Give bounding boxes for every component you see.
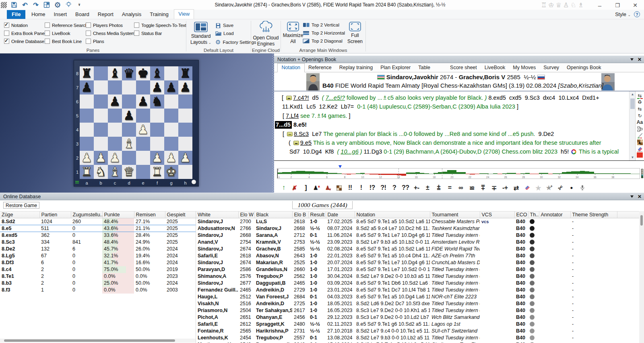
black-pawn[interactable]: ♟ [109, 94, 121, 109]
collapse-variation-icon[interactable] [287, 132, 293, 136]
square-f1[interactable]: ♜ [150, 165, 164, 179]
notation-segment[interactable]: 0-1 (29) Bachmann,A (2604)-Dubov,D (2708… [384, 148, 557, 155]
games-table-row[interactable]: Safarli,E2618Abasov,N26431-022.01.20238.… [196, 253, 639, 259]
moves-table-row[interactable]: 8.c42075.0%50.0%2019 [0, 266, 196, 273]
square-e8[interactable]: ♚ [136, 66, 150, 80]
games-table-row[interactable]: Abdusattorov,N2766Sindarov,J2668½-½08.07… [196, 225, 639, 232]
notation-scrollbar[interactable]: ▲ ▼ [629, 91, 635, 160]
notation-segment[interactable]: 10...g6 [341, 148, 358, 155]
white-pawn[interactable]: ♟ [95, 151, 107, 165]
notation-segment[interactable]: [ [283, 131, 286, 137]
minimize-button[interactable]: – [591, 0, 609, 10]
nag-exclam[interactable]: ! [356, 183, 367, 193]
square-d3[interactable]: ♝ [122, 137, 136, 151]
moves-table-row[interactable]: 8.e5511043.6%21.1%2025 [0, 225, 196, 232]
black-pawn[interactable]: ♟ [81, 80, 93, 94]
checkbox-box[interactable] [45, 23, 50, 28]
square-b5[interactable] [94, 109, 108, 123]
ribbon-tab-report[interactable]: Report [98, 10, 114, 19]
nag-compensation[interactable]: ≌ [466, 183, 478, 193]
square-d2[interactable] [122, 151, 136, 165]
nag-black-slightly-better[interactable]: ⩱ [477, 183, 489, 193]
black-bishop[interactable]: ♝ [109, 66, 121, 80]
checkbox-status-bar[interactable]: Status Bar [134, 31, 162, 36]
black-rook[interactable]: ♜ [81, 66, 93, 80]
notation-panel-titlebar[interactable]: Notation + Openings Book ✕ [274, 55, 644, 63]
column-header-black[interactable]: Black [254, 212, 292, 218]
notation-segment[interactable]: 8.exd5 cxd5 9.Sc3 dxc4 10.Lxc4 Dxd1+ [488, 94, 599, 101]
square-h2[interactable]: ♟ [178, 151, 192, 165]
moves-table-row[interactable]: 8.Sc333484148.4%24.9%2025 [0, 239, 196, 246]
white-pawn[interactable]: ♟ [138, 123, 149, 137]
white-rook[interactable]: ♜ [81, 165, 93, 179]
square-e1[interactable] [136, 165, 150, 179]
square-g5[interactable] [164, 109, 178, 123]
square-f6[interactable]: ♞ [150, 94, 164, 109]
maximize-button[interactable]: ❐ [609, 0, 626, 10]
column-header-elo-b[interactable]: Elo B [292, 212, 308, 218]
nag-dubious[interactable]: ?! [378, 183, 389, 193]
square-b6[interactable] [94, 94, 108, 109]
checkbox-box[interactable] [45, 31, 50, 36]
square-e7[interactable] [136, 80, 150, 94]
black-bishop[interactable]: ♝ [152, 66, 163, 80]
square-b3[interactable] [94, 137, 108, 151]
games-table-row[interactable]: Sindarov,J2677Daggupati,B24651-003.09.20… [196, 280, 639, 287]
pieces-icon[interactable]: ♟♙ [636, 139, 644, 146]
square-b1[interactable]: ♞ [94, 165, 108, 179]
square-d4[interactable] [122, 123, 136, 137]
square-c1[interactable]: ♝ [108, 165, 122, 179]
help-icon[interactable]: ? [634, 11, 640, 17]
square-g6[interactable] [164, 94, 178, 109]
notation-segment[interactable]: [ [282, 94, 285, 101]
notation-segment[interactable]: d5 [309, 94, 322, 101]
scrollbar-thumb[interactable] [630, 99, 635, 109]
square-f7[interactable]: ♟ [150, 80, 164, 94]
moves-table-row[interactable]: 8.Sd2102426048.4%27.1%2025 [0, 218, 196, 225]
square-c4[interactable] [108, 123, 122, 137]
games-table-row[interactable]: Fontaine,R2565Harikrishna,P2731½-½27.10.… [196, 328, 639, 335]
square-h7[interactable]: ♟ [178, 80, 192, 94]
white-pawn[interactable]: ♟ [152, 151, 163, 165]
nag-interesting[interactable]: !? [367, 183, 378, 193]
ribbon-tab-insert[interactable]: Insert [54, 10, 67, 19]
square-f3[interactable] [150, 137, 164, 151]
white-king[interactable]: ♚ [166, 165, 177, 179]
ribbon-tab-training[interactable]: Training [150, 10, 168, 19]
checkbox-box[interactable] [86, 39, 91, 44]
microphone-icon[interactable] [577, 183, 588, 193]
square-c6[interactable]: ♟ [108, 94, 122, 109]
column-header-date[interactable]: Date [326, 212, 355, 218]
checkbox-box[interactable] [45, 39, 50, 44]
ribbon-tab-view[interactable]: View [174, 9, 194, 19]
scroll-up-icon[interactable]: ▲ [630, 91, 636, 97]
notation-segment[interactable]: Le7 [309, 131, 323, 137]
games-table-row[interactable]: Pichot,A2651Ohanyan,E24560-129.12.20238.… [196, 314, 639, 321]
square-a2[interactable]: ♟ [80, 151, 94, 165]
factory-settings-button[interactable]: ⚙ Factory Settings [215, 39, 256, 46]
checkbox-box[interactable] [86, 31, 91, 36]
notation-segment[interactable]: 11.Kxd1 Lc5 12.Ke2 Lb7= [282, 103, 357, 110]
column-header-remisen[interactable]: Remisen [134, 212, 165, 218]
checkbox-online-database[interactable]: Online Database [4, 39, 44, 44]
white-pawn[interactable]: ♟ [166, 151, 177, 165]
checkbox-notation[interactable]: Notation [4, 23, 28, 28]
black-knight[interactable]: ♞ [152, 94, 163, 109]
notation-segment[interactable]: This is a typical [577, 148, 619, 155]
nag-double-exclam[interactable]: !! [345, 183, 356, 193]
black-pawn[interactable]: ♟ [152, 80, 163, 94]
square-g4[interactable] [164, 123, 178, 137]
square-e3[interactable] [136, 137, 150, 151]
notation-segment[interactable]: ( [289, 140, 292, 146]
square-f4[interactable] [150, 123, 164, 137]
column-header-vcs[interactable]: VCS [480, 212, 514, 218]
notation-segment[interactable]: 9.De2 [535, 131, 554, 137]
notation-segment[interactable]: The general plan for Black is ...0-0 fol… [323, 131, 535, 137]
white-rook[interactable]: ♜ [152, 165, 163, 179]
black-rook[interactable]: ♜ [180, 66, 191, 80]
notation-segment[interactable]: see 7.♗f4 games. [300, 113, 347, 119]
notation-tab-table[interactable]: Table [415, 64, 434, 72]
games-table-row[interactable]: Anand,V2754Kramnik,V2753½-½23.09.20238.S… [196, 239, 639, 246]
square-f2[interactable]: ♟ [150, 151, 164, 165]
database-panel-titlebar[interactable]: Online Database ✕ [0, 193, 644, 200]
